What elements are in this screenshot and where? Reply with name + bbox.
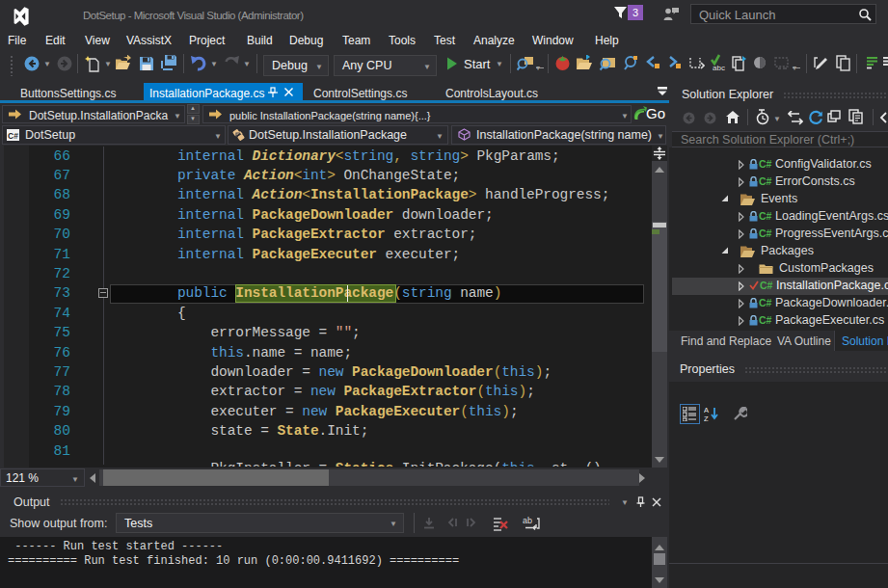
svg-text:ab: ab <box>523 516 532 525</box>
svg-text:abc: abc <box>713 64 725 71</box>
svg-text:A: A <box>704 406 709 414</box>
svg-text:Z: Z <box>704 414 709 422</box>
